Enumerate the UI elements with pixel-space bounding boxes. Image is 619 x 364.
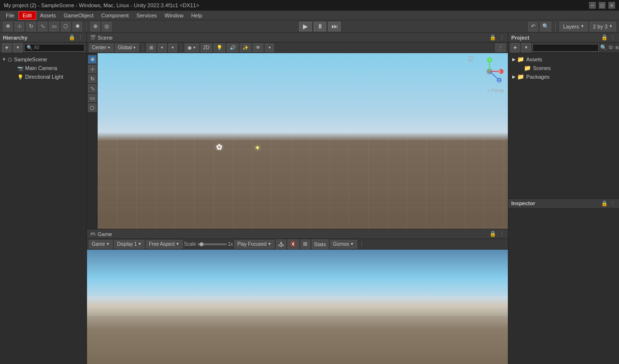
- toolbar-scale-tool[interactable]: ⤡: [38, 22, 47, 31]
- hierarchy-dropdown-button[interactable]: ▼: [13, 43, 23, 53]
- menu-services[interactable]: Services: [132, 12, 160, 19]
- scene-fx-btn[interactable]: ✨: [240, 43, 251, 52]
- scene-snap2-btn[interactable]: ▼: [168, 43, 177, 52]
- project-lock-icon[interactable]: 🔒: [601, 34, 608, 41]
- project-assets-folder[interactable]: ▶ 📁 Assets: [508, 55, 619, 64]
- scene-corner-menu-icon[interactable]: ☰: [468, 55, 474, 63]
- menu-gameobject[interactable]: GameObject: [60, 12, 98, 19]
- menu-assets[interactable]: Assets: [36, 12, 60, 19]
- scene-more-icon[interactable]: ⋮: [498, 34, 505, 41]
- gizmos-label: Gizmos: [333, 241, 349, 247]
- layout-button[interactable]: 2 by 3 ▼: [590, 22, 616, 31]
- svg-text:X: X: [499, 70, 501, 73]
- game-lock-icon[interactable]: 🔒: [489, 231, 496, 238]
- undo-button[interactable]: ↶: [528, 22, 538, 31]
- hierarchy-more-icon[interactable]: ⋮: [77, 34, 84, 41]
- project-scenes-folder[interactable]: 📁 Scenes: [508, 64, 619, 72]
- toolbar-transform-tool[interactable]: ⬡: [61, 22, 71, 31]
- project-filter-btn[interactable]: ⚙: [608, 44, 613, 51]
- aspect-dropdown-arrow: ▼: [176, 242, 180, 246]
- scene-camera-object-icon[interactable]: ✿: [216, 142, 222, 152]
- game-vr-btn[interactable]: 🕹: [276, 239, 286, 249]
- toolbar-sep-1: [86, 22, 86, 31]
- game-audio-btn[interactable]: 🔇: [288, 239, 299, 249]
- play-button[interactable]: ▶: [299, 22, 312, 31]
- aspect-dropdown[interactable]: Free Aspect ▼: [146, 240, 182, 249]
- menu-component[interactable]: Component: [97, 12, 132, 19]
- hierarchy-main-camera[interactable]: 📷 Main Camera: [0, 64, 86, 72]
- tool-move[interactable]: ⊹: [88, 65, 97, 73]
- maximize-button[interactable]: □: [599, 2, 605, 9]
- scene-tab-icon: 🎬: [90, 35, 96, 40]
- toolbar-custom-tool[interactable]: ✱: [72, 22, 82, 31]
- hierarchy-directional-light[interactable]: 💡 Directional Light: [0, 72, 86, 81]
- tool-rect[interactable]: ▭: [88, 94, 97, 102]
- scene-options-btn[interactable]: ⋮: [495, 43, 506, 52]
- game-stats-grid-btn[interactable]: ⊞: [301, 239, 310, 249]
- project-add-button[interactable]: +: [510, 43, 520, 53]
- scene-visibility-btn[interactable]: 👁: [253, 43, 263, 52]
- scene-snap-btn[interactable]: ▼: [158, 43, 167, 52]
- search-button[interactable]: 🔍: [540, 22, 551, 31]
- menu-help[interactable]: Help: [187, 12, 206, 19]
- scale-slider[interactable]: [198, 243, 227, 245]
- menu-edit[interactable]: Edit: [18, 11, 36, 20]
- layers-arrow-icon: ▼: [580, 24, 584, 28]
- scene-lighting-btn[interactable]: 💡: [214, 43, 225, 52]
- game-tab-title[interactable]: Game: [98, 231, 112, 237]
- scene-audio-btn[interactable]: 🔊: [227, 43, 238, 52]
- toolbar-hand-tool[interactable]: ✥: [3, 22, 13, 31]
- project-more-icon[interactable]: ⋮: [609, 34, 616, 41]
- window-controls: − □ ×: [589, 2, 615, 9]
- toolbar-rotate-tool[interactable]: ↻: [26, 22, 36, 31]
- tool-transform[interactable]: ⬡: [88, 103, 97, 112]
- scene-2d-btn[interactable]: 2D: [201, 43, 213, 52]
- pause-button[interactable]: ⏸: [314, 22, 326, 31]
- scene-tab-title[interactable]: Scene: [98, 35, 113, 41]
- scene-tools: ✥ ⊹ ↻ ⤡ ▭ ⬡: [87, 53, 98, 229]
- tool-hand[interactable]: ✥: [88, 55, 97, 64]
- play-focused-dropdown[interactable]: Play Focused ▼: [234, 240, 274, 249]
- toolbar-move-tool[interactable]: ⊹: [14, 22, 24, 31]
- tool-scale[interactable]: ⤡: [88, 84, 97, 93]
- scene-center-btn[interactable]: Center ▼: [89, 43, 114, 52]
- scene-grid-btn[interactable]: ⊞: [146, 43, 156, 52]
- stats-button[interactable]: Stats: [312, 239, 329, 249]
- toolbar-rect-tool[interactable]: ▭: [49, 22, 59, 31]
- game-more-icon[interactable]: ⋮: [498, 231, 505, 238]
- project-search-btn[interactable]: 🔍: [600, 44, 607, 51]
- hierarchy-lock-icon[interactable]: 🔒: [69, 34, 75, 41]
- layers-button[interactable]: Layers ▼: [560, 22, 588, 31]
- inspector-more-icon[interactable]: ⋮: [609, 200, 616, 207]
- tool-rotate[interactable]: ↻: [88, 74, 97, 83]
- menu-window[interactable]: Window: [161, 12, 187, 19]
- game-toolbar-more[interactable]: ⋮: [359, 241, 365, 248]
- step-button[interactable]: ⏭: [328, 22, 341, 31]
- hierarchy-add-button[interactable]: +: [2, 43, 12, 53]
- close-button[interactable]: ×: [608, 2, 615, 9]
- game-viewport[interactable]: [87, 250, 508, 364]
- project-eye-btn[interactable]: 👁: [615, 44, 619, 51]
- project-packages-folder[interactable]: ▶ 📁 Packages: [508, 72, 619, 81]
- hierarchy-content: ▼ ⬡ SampleScene 📷 Main Camera 💡 Directio…: [0, 53, 86, 364]
- scene-content[interactable]: ✥ ⊹ ↻ ⤡ ▭ ⬡ ☰ ✿ ✦: [87, 53, 508, 229]
- scene-viewport[interactable]: ☰ ✿ ✦ X: [98, 53, 508, 229]
- scene-lock-icon[interactable]: 🔒: [489, 34, 496, 41]
- scene-visibility-arrow[interactable]: ▼: [265, 43, 274, 52]
- inspector-lock-icon[interactable]: 🔒: [601, 200, 608, 207]
- project-add-arrow[interactable]: ▼: [521, 43, 531, 53]
- scene-shading-btn[interactable]: ◉ ▼: [185, 43, 199, 52]
- project-search-input[interactable]: [533, 44, 599, 52]
- scene-gizmo[interactable]: X Y Z: [475, 57, 504, 86]
- scene-global-btn[interactable]: Global ▼: [115, 43, 139, 52]
- minimize-button[interactable]: −: [589, 2, 596, 9]
- gizmos-dropdown[interactable]: Gizmos ▼: [330, 240, 357, 249]
- hierarchy-scene-item[interactable]: ▼ ⬡ SampleScene: [0, 55, 86, 64]
- stats-label: Stats: [314, 241, 326, 247]
- scene-light-object-icon[interactable]: ✦: [255, 144, 260, 152]
- display-dropdown[interactable]: Display 1 ▼: [114, 240, 144, 249]
- toolbar-pivot-toggle[interactable]: ⊕: [90, 22, 100, 31]
- game-display-dropdown[interactable]: Game ▼: [89, 240, 113, 249]
- toolbar-global-toggle[interactable]: ◎: [102, 22, 112, 31]
- menu-file[interactable]: File: [2, 12, 18, 19]
